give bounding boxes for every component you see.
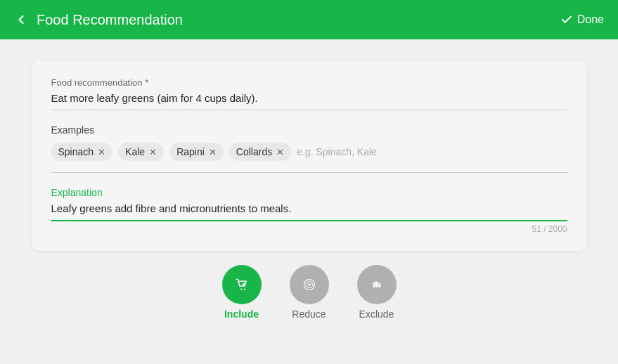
svg-point-1 (240, 288, 241, 290)
include-label: Include (224, 308, 259, 320)
back-button[interactable] (14, 13, 28, 27)
svg-point-0 (231, 274, 252, 295)
include-button[interactable]: Include (222, 265, 262, 320)
exclude-label: Exclude (359, 308, 394, 320)
chip-label-collards: Collards (236, 146, 272, 157)
chip-remove-collards[interactable]: ✕ (276, 147, 284, 157)
exclude-icon (366, 274, 387, 295)
chip-label-kale: Kale (125, 146, 145, 157)
chip-label-spinach: Spinach (58, 146, 94, 157)
chip-kale[interactable]: Kale ✕ (118, 143, 164, 161)
explanation-value[interactable]: Leafy greens add fibre and micronutrient… (51, 202, 567, 221)
action-buttons-row: Include Reduce (222, 265, 397, 320)
explanation-label: Explanation (51, 187, 567, 198)
chip-remove-rapini[interactable]: ✕ (209, 147, 217, 157)
header-left: Food Recommendation (14, 12, 183, 28)
recommendation-value[interactable]: Eat more leafy greens (aim for 4 cups da… (51, 92, 567, 110)
exclude-button[interactable]: Exclude (357, 265, 397, 320)
chip-label-rapini: Rapini (176, 146, 205, 157)
form-card: Food recommendation * Eat more leafy gre… (32, 60, 587, 251)
svg-point-3 (299, 274, 320, 295)
svg-point-2 (243, 288, 245, 290)
svg-rect-7 (373, 282, 375, 288)
reduce-icon (299, 274, 320, 295)
done-label: Done (577, 13, 604, 26)
done-button[interactable]: Done (560, 13, 604, 26)
svg-rect-8 (375, 281, 376, 287)
chip-collards[interactable]: Collards ✕ (229, 143, 291, 161)
main-content: Food recommendation * Eat more leafy gre… (0, 39, 618, 364)
examples-chips-row: Spinach ✕ Kale ✕ Rapini ✕ Collards ✕ e.g… (51, 143, 567, 173)
exclude-icon-circle (357, 265, 397, 304)
chip-spinach[interactable]: Spinach ✕ (51, 143, 113, 161)
examples-label: Examples (51, 124, 567, 136)
include-icon-circle (222, 265, 262, 304)
checkmark-icon (560, 13, 573, 26)
chip-remove-spinach[interactable]: ✕ (98, 147, 105, 157)
reduce-icon-circle (290, 265, 329, 304)
page-title: Food Recommendation (37, 12, 183, 28)
app-header: Food Recommendation Done (0, 0, 618, 39)
recommendation-label: Food recommendation * (51, 77, 567, 88)
reduce-label: Reduce (292, 308, 326, 320)
svg-rect-9 (377, 282, 378, 287)
reduce-button[interactable]: Reduce (290, 265, 329, 320)
svg-rect-10 (379, 283, 380, 287)
chip-remove-kale[interactable]: ✕ (149, 147, 157, 157)
chip-input-placeholder[interactable]: e.g. Spinach, Kale (297, 146, 377, 157)
char-count: 51 / 2000 (51, 224, 567, 234)
include-icon (231, 274, 252, 295)
chip-rapini[interactable]: Rapini ✕ (169, 143, 224, 161)
